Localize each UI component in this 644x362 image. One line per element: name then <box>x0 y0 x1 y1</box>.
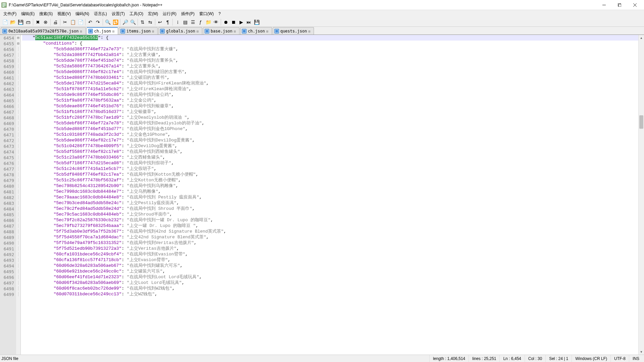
indent-guide-icon[interactable]: ⫶ <box>174 18 181 26</box>
menu-run[interactable]: 运行(R) <box>161 10 178 17</box>
menu-settings[interactable]: 设置(T) <box>110 10 127 17</box>
tab-close-icon[interactable]: ⊠ <box>234 29 237 33</box>
status-filetype: JSON file <box>1 356 18 361</box>
tab-label: items.json <box>126 29 151 34</box>
tab-label: quests.json <box>280 29 307 34</box>
tab-close-icon[interactable]: ⊠ <box>112 29 116 33</box>
menu-help[interactable]: ? <box>216 11 223 17</box>
menu-encoding[interactable]: 编码(N) <box>73 10 91 17</box>
save-icon[interactable]: 💾 <box>17 18 24 26</box>
status-ln: Ln : 6,454 <box>499 355 524 362</box>
vertical-scrollbar[interactable]: ▲ ▼ <box>638 35 644 355</box>
status-length: length : 1,406,514 <box>429 355 469 362</box>
doc-map-icon[interactable]: ▤ <box>181 18 189 26</box>
open-file-icon[interactable]: 📂 <box>9 18 16 26</box>
menu-window[interactable]: 窗口(W) <box>197 10 216 17</box>
replace-icon[interactable]: 🔁 <box>112 18 119 26</box>
zoom-in-icon[interactable]: 🔎 <box>121 18 129 26</box>
cut-icon[interactable]: ✂ <box>61 18 69 26</box>
wordwrap-icon[interactable]: ↩ <box>156 18 164 26</box>
scrollbar-thumb[interactable] <box>639 115 643 129</box>
file-icon <box>2 29 7 34</box>
svg-rect-2 <box>2 5 6 5</box>
sync-v-icon[interactable]: ⇅ <box>139 18 146 26</box>
editor-area[interactable]: 6454645564566457645864596460646164626463… <box>0 35 644 355</box>
print-icon[interactable]: 🖨 <box>52 18 59 26</box>
tab-close-icon[interactable]: ⊠ <box>308 29 312 33</box>
svg-rect-3 <box>2 6 4 7</box>
svg-rect-1 <box>2 3 6 4</box>
doc-list-icon[interactable]: ☰ <box>189 18 197 26</box>
file-icon <box>242 29 247 34</box>
undo-icon[interactable]: ↶ <box>87 18 94 26</box>
save-macro-icon[interactable]: 💾 <box>253 18 260 26</box>
scroll-down-arrow-icon[interactable]: ▼ <box>639 349 644 355</box>
tab-label: ch.json <box>94 29 111 34</box>
file-tab[interactable]: items.json⊠ <box>119 27 158 35</box>
maximize-button[interactable] <box>612 0 627 10</box>
close-button[interactable] <box>627 0 643 10</box>
file-tab[interactable]: globals.json⊠ <box>158 27 202 35</box>
close-all-icon[interactable]: ⊗ <box>42 18 49 26</box>
file-icon <box>160 29 165 34</box>
file-icon <box>120 29 125 34</box>
copy-icon[interactable]: 📋 <box>69 18 76 26</box>
app-icon <box>1 2 7 8</box>
file-tab[interactable]: ch.json⊠ <box>240 27 272 35</box>
tab-label: globals.json <box>166 29 195 34</box>
folder-workspace-icon[interactable]: 📁 <box>205 18 212 26</box>
play-multi-icon[interactable]: ⏭ <box>245 18 253 26</box>
new-file-icon[interactable]: 📄 <box>1 18 9 26</box>
tab-bar: 0e318aa6a85a9973a28f578e.json⊠ch.json⊠it… <box>0 27 644 35</box>
status-lines: lines : 25,251 <box>469 355 499 362</box>
menu-plugins[interactable]: 插件(P) <box>179 10 197 17</box>
minimize-button[interactable] <box>596 0 612 10</box>
status-bar: JSON file length : 1,406,514 lines : 25,… <box>0 355 644 362</box>
status-ovr: INS <box>629 355 643 362</box>
record-macro-icon[interactable]: ⏺ <box>222 18 229 26</box>
file-icon <box>274 29 279 34</box>
file-tab[interactable]: base.json⊠ <box>203 27 239 35</box>
tab-label: 0e318aa6a85a9973a28f578e.json <box>8 29 79 34</box>
tab-label: ch.json <box>248 29 265 34</box>
sync-h-icon[interactable]: ⇆ <box>147 18 154 26</box>
redo-icon[interactable]: ↷ <box>94 18 102 26</box>
function-list-icon[interactable]: ƒ <box>197 18 204 26</box>
file-tab[interactable]: quests.json⊠ <box>273 27 314 35</box>
save-all-icon[interactable]: 🗃 <box>24 18 32 26</box>
scroll-up-arrow-icon[interactable]: ▲ <box>639 35 644 41</box>
find-icon[interactable]: 🔍 <box>104 18 111 26</box>
title-bar: F:\Game\SPTarkov\EFT\Aki_Data\Server\dat… <box>0 0 644 10</box>
menu-view[interactable]: 视图(V) <box>55 10 73 17</box>
tab-close-icon[interactable]: ⊠ <box>197 29 200 33</box>
menu-edit[interactable]: 编辑(E) <box>19 10 37 17</box>
window-title: F:\Game\SPTarkov\EFT\Aki_Data\Server\dat… <box>9 3 596 7</box>
tab-close-icon[interactable]: ⊠ <box>266 29 270 33</box>
tab-label: base.json <box>211 29 232 34</box>
tab-close-icon[interactable]: ⊠ <box>80 29 84 33</box>
menu-bar: 文件(F) 编辑(E) 搜索(S) 视图(V) 编码(N) 语言(L) 设置(T… <box>0 10 644 17</box>
stop-macro-icon[interactable]: ⏹ <box>230 18 237 26</box>
monitor-icon[interactable]: 👁 <box>212 18 220 26</box>
menu-language[interactable]: 语言(L) <box>92 10 109 17</box>
toolbar: 📄 📂 💾 🗃 ✖ ⊗ 🖨 ✂ 📋 📄 ↶ ↷ 🔍 🔁 🔎 🔍 ⇅ ⇆ ↩ ¶ … <box>0 17 644 27</box>
menu-search[interactable]: 搜索(S) <box>37 10 55 17</box>
svg-rect-6 <box>619 4 621 7</box>
line-number-gutter: 6454645564566457645864596460646164626463… <box>0 35 16 355</box>
tab-close-icon[interactable]: ⊠ <box>152 29 155 33</box>
file-icon <box>88 29 93 34</box>
code-editor[interactable]: "5c51aac186f77432ea65c552": { "condition… <box>21 35 644 355</box>
file-tab[interactable]: ch.json⊠ <box>87 27 118 35</box>
close-file-icon[interactable]: ✖ <box>34 18 42 26</box>
menu-tools[interactable]: 工具(O) <box>127 10 145 17</box>
menu-macro[interactable]: 宏(M) <box>146 10 160 17</box>
fold-gutter[interactable] <box>16 35 21 355</box>
show-all-chars-icon[interactable]: ¶ <box>164 18 171 26</box>
play-macro-icon[interactable]: ▶ <box>237 18 245 26</box>
menu-file[interactable]: 文件(F) <box>1 10 18 17</box>
status-eol: Windows (CR LF) <box>572 355 610 362</box>
zoom-out-icon[interactable]: 🔍 <box>129 18 137 26</box>
status-sel: Sel : 24 | 1 <box>545 355 572 362</box>
paste-icon[interactable]: 📄 <box>77 18 84 26</box>
file-tab[interactable]: 0e318aa6a85a9973a28f578e.json⊠ <box>1 27 86 35</box>
